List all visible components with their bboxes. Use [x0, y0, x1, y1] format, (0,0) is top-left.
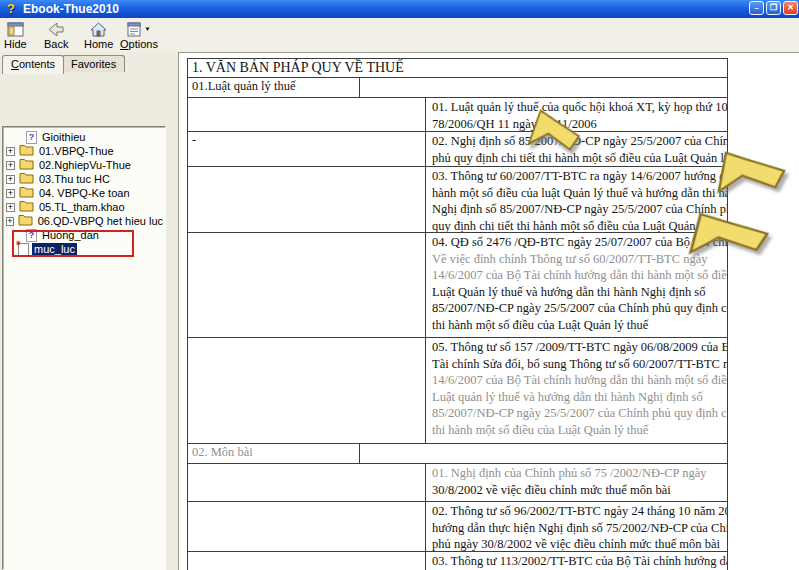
- sidebar-item-tl-tham-khao[interactable]: + 05.TL_tham.khao: [3, 200, 165, 214]
- restore-button[interactable]: ❐: [766, 1, 781, 15]
- section-row: 01.Luật quản lý thuế: [188, 78, 727, 98]
- expand-plus-icon[interactable]: +: [6, 147, 15, 156]
- table-row: 02. Thông tư số 96/2002/TT-BTC ngày 24 t…: [188, 502, 727, 552]
- sidebar-item-vbpq-thue[interactable]: + 01.VBPQ-Thue: [3, 144, 165, 158]
- back-label: Back: [44, 39, 68, 50]
- toolbar: Hide Back Home: [0, 18, 799, 53]
- topic-pane: 1. VĂN BẢN PHÁP QUY VỀ THUẾ 01.Luật quản…: [178, 52, 799, 570]
- options-icon: ▼: [127, 21, 150, 37]
- sidebar-item-gioithieu[interactable]: ? Gioithieu: [3, 130, 165, 144]
- folder-icon: [19, 144, 34, 158]
- expand-plus-icon[interactable]: +: [6, 203, 15, 212]
- table-row: - 02. Nghị định số 85/2007/NĐ-CP ngày 25…: [188, 132, 727, 167]
- app-window: ? Ebook-Thue2010 – ❐ ✕ Hide: [0, 0, 799, 570]
- table-header-row: 1. VĂN BẢN PHÁP QUY VỀ THUẾ: [188, 59, 727, 78]
- folder-icon: [18, 214, 33, 228]
- hide-label: Hide: [4, 39, 27, 50]
- yellow-arrow-icon: [686, 210, 773, 257]
- red-annotation-box: [12, 230, 134, 257]
- table-header: 1. VĂN BẢN PHÁP QUY VỀ THUẾ: [188, 59, 408, 77]
- titlebar: ? Ebook-Thue2010 – ❐ ✕: [0, 0, 799, 18]
- row-marker: -: [188, 132, 426, 166]
- table-row: 03. Thông tư 113/2002/TT-BTC của Bộ Tài …: [188, 552, 727, 570]
- sidebar-item-qd-vbpq-het-hieu-luc[interactable]: + 06.QD-VBPQ het hieu luc: [3, 214, 165, 228]
- tab-contents[interactable]: Contents: [2, 55, 64, 74]
- section-label: 02. Môn bài: [188, 444, 360, 463]
- folder-icon: [19, 172, 34, 186]
- expand-plus-icon[interactable]: +: [6, 161, 15, 170]
- back-arrow-icon: [47, 21, 65, 37]
- folder-icon: [19, 186, 34, 200]
- home-button[interactable]: Home: [82, 21, 115, 50]
- close-button[interactable]: ✕: [783, 1, 798, 15]
- hide-icon: [7, 21, 24, 37]
- expand-plus-icon[interactable]: +: [6, 189, 15, 198]
- section-label: 01.Luật quản lý thuế: [188, 78, 360, 97]
- table-row: 04. QĐ số 2476 /QĐ-BTC ngày 25/07/2007 c…: [188, 233, 727, 338]
- yellow-arrow-icon: [714, 146, 791, 195]
- options-label: Options: [120, 39, 158, 50]
- home-icon: [90, 21, 107, 37]
- sidebar-item-thu-tuc-hc[interactable]: + 03.Thu tuc HC: [3, 172, 165, 186]
- tab-favorites[interactable]: Favorites: [62, 55, 125, 72]
- table-row: 03. Thông tư 60/2007/TT-BTC ra ngày 14/6…: [188, 167, 727, 233]
- contents-tree: ? Gioithieu + 01.VBPQ-Thue +: [2, 126, 166, 570]
- navigation-pane: Contents Favorites ? Gioithieu + 01.VBPQ…: [0, 52, 178, 570]
- dropdown-arrow-icon: ▼: [144, 26, 150, 32]
- options-button[interactable]: ▼ Options: [118, 21, 160, 50]
- table-row: 01. Nghị định của Chính phủ số 75 /2002/…: [188, 464, 727, 502]
- sidebar-item-vbpq-ke-toan[interactable]: + 04. VBPQ-Ke toan: [3, 186, 165, 200]
- home-label: Home: [84, 39, 113, 50]
- app-help-icon: ?: [4, 2, 18, 16]
- sidebar-item-nghiepvu-thue[interactable]: + 02.NghiepVu-Thue: [3, 158, 165, 172]
- folder-icon: [19, 200, 34, 214]
- hide-button[interactable]: Hide: [2, 21, 29, 50]
- back-button[interactable]: Back: [42, 21, 70, 50]
- table-row: 01. Luật quản lý thuế của quốc hội khoá …: [188, 98, 727, 132]
- minimize-button[interactable]: –: [749, 1, 764, 15]
- help-topic-icon: ?: [26, 131, 37, 144]
- yellow-arrow-icon: [526, 107, 585, 154]
- table-row: 05. Thông tư số 157 /2009/TT-BTC ngày 06…: [188, 338, 727, 444]
- window-title: Ebook-Thue2010: [23, 2, 119, 16]
- expand-plus-icon[interactable]: +: [6, 217, 14, 226]
- expand-plus-icon[interactable]: +: [6, 175, 15, 184]
- folder-icon: [19, 158, 34, 172]
- section-row: 02. Môn bài: [188, 444, 727, 464]
- document-table: 1. VĂN BẢN PHÁP QUY VỀ THUẾ 01.Luật quản…: [187, 58, 728, 570]
